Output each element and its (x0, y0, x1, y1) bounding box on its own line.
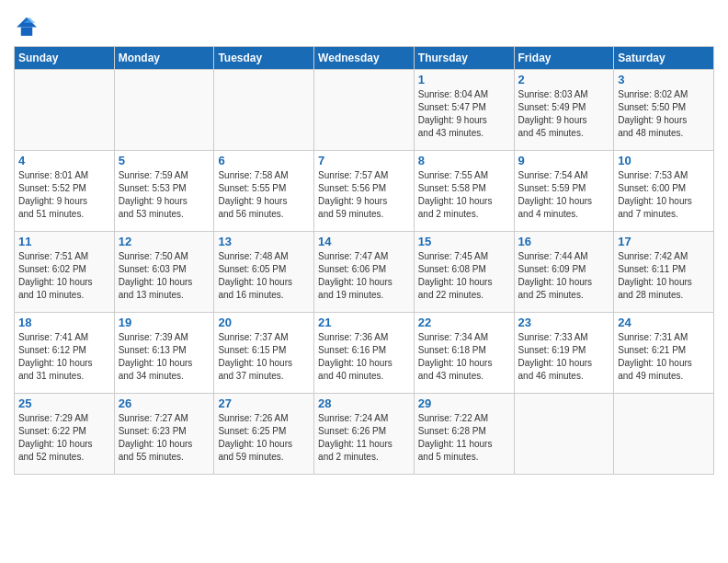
day-cell: 17Sunrise: 7:42 AM Sunset: 6:11 PM Dayli… (614, 232, 714, 313)
day-info: Sunrise: 7:59 AM Sunset: 5:53 PM Dayligh… (119, 169, 210, 221)
logo (14, 13, 41, 39)
header-cell-wednesday: Wednesday (314, 47, 415, 70)
day-info: Sunrise: 7:39 AM Sunset: 6:13 PM Dayligh… (119, 331, 210, 383)
day-cell: 7Sunrise: 7:57 AM Sunset: 5:56 PM Daylig… (314, 151, 415, 232)
day-cell: 12Sunrise: 7:50 AM Sunset: 6:03 PM Dayli… (114, 232, 214, 313)
day-cell (514, 394, 614, 475)
day-number: 18 (18, 316, 110, 329)
day-info: Sunrise: 7:55 AM Sunset: 5:58 PM Dayligh… (418, 169, 510, 221)
day-info: Sunrise: 7:57 AM Sunset: 5:56 PM Dayligh… (318, 169, 410, 221)
day-cell: 24Sunrise: 7:31 AM Sunset: 6:21 PM Dayli… (614, 313, 714, 394)
day-number: 21 (318, 316, 410, 329)
logo-icon (14, 13, 40, 39)
day-number: 10 (618, 154, 710, 167)
day-cell (314, 70, 415, 151)
day-cell (15, 70, 115, 151)
day-cell: 1Sunrise: 8:04 AM Sunset: 5:47 PM Daylig… (414, 70, 514, 151)
day-info: Sunrise: 7:50 AM Sunset: 6:03 PM Dayligh… (119, 250, 210, 302)
day-cell: 13Sunrise: 7:48 AM Sunset: 6:05 PM Dayli… (214, 232, 314, 313)
day-number: 6 (218, 154, 310, 167)
day-info: Sunrise: 7:29 AM Sunset: 6:22 PM Dayligh… (18, 412, 110, 464)
day-cell: 21Sunrise: 7:36 AM Sunset: 6:16 PM Dayli… (314, 313, 415, 394)
day-info: Sunrise: 7:33 AM Sunset: 6:19 PM Dayligh… (518, 331, 610, 383)
day-cell: 14Sunrise: 7:47 AM Sunset: 6:06 PM Dayli… (314, 232, 415, 313)
day-info: Sunrise: 7:47 AM Sunset: 6:06 PM Dayligh… (318, 250, 410, 302)
day-cell: 22Sunrise: 7:34 AM Sunset: 6:18 PM Dayli… (414, 313, 514, 394)
day-cell (214, 70, 314, 151)
day-number: 4 (18, 154, 110, 167)
day-number: 14 (318, 235, 410, 248)
day-cell: 4Sunrise: 8:01 AM Sunset: 5:52 PM Daylig… (15, 151, 115, 232)
day-number: 9 (518, 154, 610, 167)
day-cell (114, 70, 214, 151)
day-info: Sunrise: 7:45 AM Sunset: 6:08 PM Dayligh… (418, 250, 510, 302)
week-row-2: 11Sunrise: 7:51 AM Sunset: 6:02 PM Dayli… (15, 232, 714, 313)
day-cell: 27Sunrise: 7:26 AM Sunset: 6:25 PM Dayli… (214, 394, 314, 475)
header-cell-sunday: Sunday (15, 47, 115, 70)
day-cell: 19Sunrise: 7:39 AM Sunset: 6:13 PM Dayli… (114, 313, 214, 394)
day-cell: 16Sunrise: 7:44 AM Sunset: 6:09 PM Dayli… (514, 232, 614, 313)
day-cell (614, 394, 714, 475)
day-cell: 18Sunrise: 7:41 AM Sunset: 6:12 PM Dayli… (15, 313, 115, 394)
day-info: Sunrise: 7:41 AM Sunset: 6:12 PM Dayligh… (18, 331, 110, 383)
day-cell: 23Sunrise: 7:33 AM Sunset: 6:19 PM Dayli… (514, 313, 614, 394)
week-row-0: 1Sunrise: 8:04 AM Sunset: 5:47 PM Daylig… (15, 70, 714, 151)
header-cell-monday: Monday (114, 47, 214, 70)
day-cell: 9Sunrise: 7:54 AM Sunset: 5:59 PM Daylig… (514, 151, 614, 232)
day-cell: 3Sunrise: 8:02 AM Sunset: 5:50 PM Daylig… (614, 70, 714, 151)
day-info: Sunrise: 8:02 AM Sunset: 5:50 PM Dayligh… (618, 88, 710, 140)
week-row-4: 25Sunrise: 7:29 AM Sunset: 6:22 PM Dayli… (15, 394, 714, 475)
day-cell: 6Sunrise: 7:58 AM Sunset: 5:55 PM Daylig… (214, 151, 314, 232)
calendar-body: 1Sunrise: 8:04 AM Sunset: 5:47 PM Daylig… (15, 70, 714, 475)
day-info: Sunrise: 7:31 AM Sunset: 6:21 PM Dayligh… (618, 331, 710, 383)
day-cell: 5Sunrise: 7:59 AM Sunset: 5:53 PM Daylig… (114, 151, 214, 232)
day-number: 11 (18, 235, 110, 248)
day-info: Sunrise: 7:58 AM Sunset: 5:55 PM Dayligh… (218, 169, 310, 221)
day-info: Sunrise: 7:24 AM Sunset: 6:26 PM Dayligh… (318, 412, 410, 464)
day-info: Sunrise: 8:04 AM Sunset: 5:47 PM Dayligh… (418, 88, 510, 140)
day-cell: 28Sunrise: 7:24 AM Sunset: 6:26 PM Dayli… (314, 394, 415, 475)
day-number: 5 (119, 154, 210, 167)
day-info: Sunrise: 7:44 AM Sunset: 6:09 PM Dayligh… (518, 250, 610, 302)
day-info: Sunrise: 7:51 AM Sunset: 6:02 PM Dayligh… (18, 250, 110, 302)
week-row-1: 4Sunrise: 8:01 AM Sunset: 5:52 PM Daylig… (15, 151, 714, 232)
day-info: Sunrise: 7:27 AM Sunset: 6:23 PM Dayligh… (119, 412, 210, 464)
day-cell: 11Sunrise: 7:51 AM Sunset: 6:02 PM Dayli… (15, 232, 115, 313)
day-cell: 8Sunrise: 7:55 AM Sunset: 5:58 PM Daylig… (414, 151, 514, 232)
day-number: 17 (618, 235, 710, 248)
header-cell-friday: Friday (514, 47, 614, 70)
day-info: Sunrise: 7:53 AM Sunset: 6:00 PM Dayligh… (618, 169, 710, 221)
day-number: 19 (119, 316, 210, 329)
day-cell: 15Sunrise: 7:45 AM Sunset: 6:08 PM Dayli… (414, 232, 514, 313)
day-number: 2 (518, 73, 610, 86)
day-cell: 10Sunrise: 7:53 AM Sunset: 6:00 PM Dayli… (614, 151, 714, 232)
week-row-3: 18Sunrise: 7:41 AM Sunset: 6:12 PM Dayli… (15, 313, 714, 394)
day-number: 27 (218, 396, 310, 410)
day-info: Sunrise: 7:36 AM Sunset: 6:16 PM Dayligh… (318, 331, 410, 383)
calendar-header: SundayMondayTuesdayWednesdayThursdayFrid… (15, 47, 714, 70)
day-number: 3 (618, 73, 710, 86)
day-info: Sunrise: 8:03 AM Sunset: 5:49 PM Dayligh… (518, 88, 610, 140)
day-number: 7 (318, 154, 410, 167)
day-info: Sunrise: 8:01 AM Sunset: 5:52 PM Dayligh… (18, 169, 110, 221)
day-number: 15 (418, 235, 510, 248)
day-number: 23 (518, 316, 610, 329)
calendar-table: SundayMondayTuesdayWednesdayThursdayFrid… (14, 46, 714, 475)
day-number: 1 (418, 73, 510, 86)
day-cell: 29Sunrise: 7:22 AM Sunset: 6:28 PM Dayli… (414, 394, 514, 475)
day-number: 20 (218, 316, 310, 329)
header-row: SundayMondayTuesdayWednesdayThursdayFrid… (15, 47, 714, 70)
day-number: 29 (418, 396, 510, 410)
day-info: Sunrise: 7:42 AM Sunset: 6:11 PM Dayligh… (618, 250, 710, 302)
day-info: Sunrise: 7:34 AM Sunset: 6:18 PM Dayligh… (418, 331, 510, 383)
day-cell: 26Sunrise: 7:27 AM Sunset: 6:23 PM Dayli… (114, 394, 214, 475)
day-number: 26 (119, 396, 210, 410)
day-number: 24 (618, 316, 710, 329)
header-cell-thursday: Thursday (414, 47, 514, 70)
day-number: 13 (218, 235, 310, 248)
day-cell: 20Sunrise: 7:37 AM Sunset: 6:15 PM Dayli… (214, 313, 314, 394)
day-info: Sunrise: 7:48 AM Sunset: 6:05 PM Dayligh… (218, 250, 310, 302)
day-info: Sunrise: 7:54 AM Sunset: 5:59 PM Dayligh… (518, 169, 610, 221)
day-info: Sunrise: 7:26 AM Sunset: 6:25 PM Dayligh… (218, 412, 310, 464)
day-info: Sunrise: 7:37 AM Sunset: 6:15 PM Dayligh… (218, 331, 310, 383)
